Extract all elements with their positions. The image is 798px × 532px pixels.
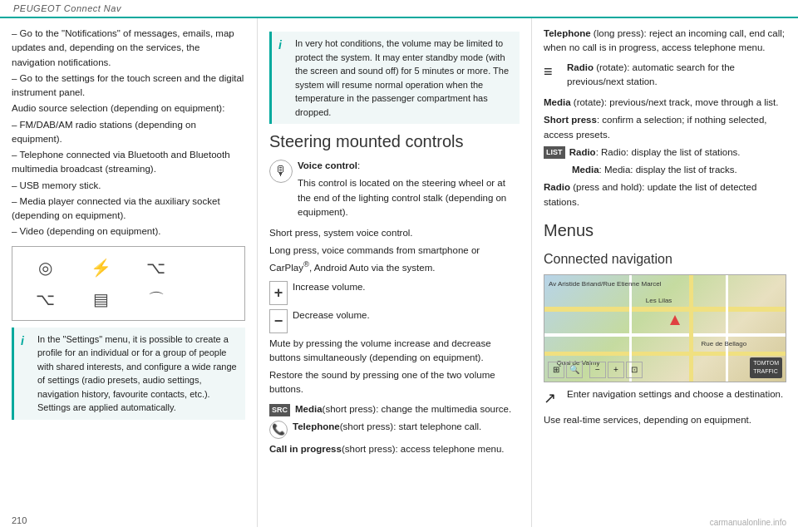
usb2-icon: ⌥ (36, 287, 55, 312)
mute-text: Mute by pressing the volume increase and… (269, 337, 520, 366)
src-badge: SRC (269, 404, 290, 417)
right-column: Telephone (long press): reject an incomi… (532, 18, 798, 527)
map-ctrl-zoom-in[interactable]: + (608, 362, 624, 378)
header-title: PEUGEOT Connect Nav (13, 3, 121, 13)
map-controls: ⊞ 🔍 − + ⊡ (548, 362, 643, 378)
telephone-short-row: 📞 Telephone(short press): start telephon… (269, 420, 520, 439)
map-ctrl-1[interactable]: ⊞ (548, 362, 564, 378)
map-ctrl-zoom-out[interactable]: − (589, 362, 606, 378)
telephone-long: Telephone (long press): reject an incomi… (544, 27, 786, 56)
media-list: Media: Media: display the list of tracks… (572, 163, 786, 177)
dash-item-7: – Media player connected via the auxilia… (12, 195, 245, 224)
media-row: SRC Media(short press): change the multi… (269, 402, 520, 417)
page-number: 210 (12, 515, 27, 525)
steering-heading: Steering mounted controls (269, 129, 520, 154)
radio-rotate-content: Radio (rotate): automatic search for the… (567, 61, 786, 93)
info-icon-hot: i (278, 37, 290, 119)
icon-grid: ◎ ⚡ ⌥ ⌥ ▤ ⌒ (12, 246, 245, 321)
empty-cell2 (202, 289, 222, 309)
map-image: Av Aristide Briand/Rue Etienne Marcel Le… (544, 274, 786, 382)
radio-icon-row: ≡ Radio (rotate): automatic search for t… (544, 61, 786, 93)
empty-cell (202, 258, 222, 278)
radio-icon: ≡ (544, 61, 562, 83)
map-ctrl-layers[interactable]: ⊡ (626, 362, 643, 378)
connected-nav-heading: Connected navigation (544, 249, 786, 269)
decrease-label: Decrease volume. (293, 308, 370, 323)
settings-info-text: In the "Settings" menu, it is possible t… (37, 332, 239, 415)
increase-volume-row: + Increase volume. (269, 280, 520, 305)
dash-item-6: – USB memory stick. (12, 179, 245, 193)
film-icon: ▤ (93, 287, 109, 312)
voice-control-label: Voice control: (298, 159, 520, 173)
usb-icon: ⌥ (146, 255, 165, 280)
middle-column: i In very hot conditions, the volume may… (258, 18, 532, 527)
media-rotate: Media (rotate): previous/next track, mov… (544, 96, 786, 110)
media-text: Media(short press): change the multimedi… (295, 402, 511, 416)
dash-item-1: – Go to the "Notifications" of messages,… (12, 27, 245, 70)
radio-hold: Radio (press and hold): update the list … (544, 180, 786, 209)
radio-rotate-text: Radio (rotate): automatic search for the… (567, 61, 786, 90)
map-spacer (584, 362, 588, 378)
voice-long-press: Long press, voice commands from smartpho… (269, 244, 520, 274)
map-road-v3 (726, 275, 728, 382)
short-press: Short press: confirm a selection; if not… (544, 113, 786, 142)
left-column: – Go to the "Notifications" of messages,… (0, 18, 258, 527)
decrease-volume-row: − Decrease volume. (269, 308, 520, 333)
radio-list: LIST Radio: Radio: display the list of s… (544, 145, 786, 160)
location-icon: ◎ (38, 255, 52, 280)
menus-heading: Menus (544, 218, 786, 243)
page-header: PEUGEOT Connect Nav (0, 0, 798, 18)
telephone-short-text: Telephone(short press): start telephone … (293, 420, 481, 434)
list-badge: LIST (544, 146, 565, 160)
map-label-2: Les Lilas (646, 296, 672, 306)
content-area: – Go to the "Notifications" of messages,… (0, 18, 798, 527)
url-watermark: carmanualonline.info (710, 518, 786, 527)
map-road-1 (544, 307, 786, 312)
restore-text: Restore the sound by pressing one of the… (269, 368, 520, 397)
voice-control-desc: This control is located on the steering … (298, 176, 520, 219)
cable-icon: ⌒ (148, 287, 165, 312)
call-in-progress: Call in progress(short press): access te… (269, 442, 520, 456)
map-road-2 (544, 333, 786, 337)
dash-item-8: – Video (depending on equipment). (12, 224, 245, 239)
settings-info-box: i In the "Settings" menu, it is possible… (12, 328, 245, 420)
minus-icon: − (269, 309, 288, 333)
real-time-text: Use real-time services, depending on equ… (544, 413, 786, 427)
enter-nav-text: Enter navigation settings and choose a d… (567, 387, 783, 401)
map-marker (670, 315, 680, 325)
enter-nav-row: ↗ Enter navigation settings and choose a… (544, 387, 786, 410)
map-road-3 (544, 352, 786, 356)
list-items: LIST Radio: Radio: display the list of s… (544, 145, 786, 178)
voice-control-content: Voice control: This control is located o… (298, 159, 520, 223)
bluetooth-icon: ⚡ (91, 255, 111, 280)
dash-item-4: – FM/DAB/AM radio stations (depending on… (12, 118, 245, 147)
dash-item-2: – Go to the settings for the touch scree… (12, 71, 245, 101)
hot-conditions-note: i In very hot conditions, the volume may… (269, 32, 520, 124)
nav-dest-icon: ↗ (544, 387, 562, 410)
hot-conditions-text: In very hot conditions, the volume may b… (295, 37, 513, 119)
info-icon: i (21, 332, 32, 415)
map-label-1: Av Aristide Briand/Rue Etienne Marcel (549, 279, 661, 289)
map-label-3: Rue de Bellago (702, 339, 747, 349)
plus-icon: + (269, 281, 288, 305)
dash-item-3: Audio source selection (depending on equ… (12, 101, 245, 116)
voice-control-row: 🎙 Voice control: This control is located… (269, 159, 520, 223)
voice-short-press: Short press, system voice control. (269, 226, 520, 240)
voice-control-icon: 🎙 (269, 160, 293, 183)
phone-icon: 📞 (269, 421, 288, 439)
tomtom-badge: TOMTOMTRAFFIC (750, 357, 782, 378)
dash-item-5: – Telephone connected via Bluetooth and … (12, 148, 245, 177)
map-ctrl-2[interactable]: 🔍 (566, 362, 583, 378)
map-road-v2 (689, 275, 693, 382)
increase-label: Increase volume. (293, 280, 366, 294)
